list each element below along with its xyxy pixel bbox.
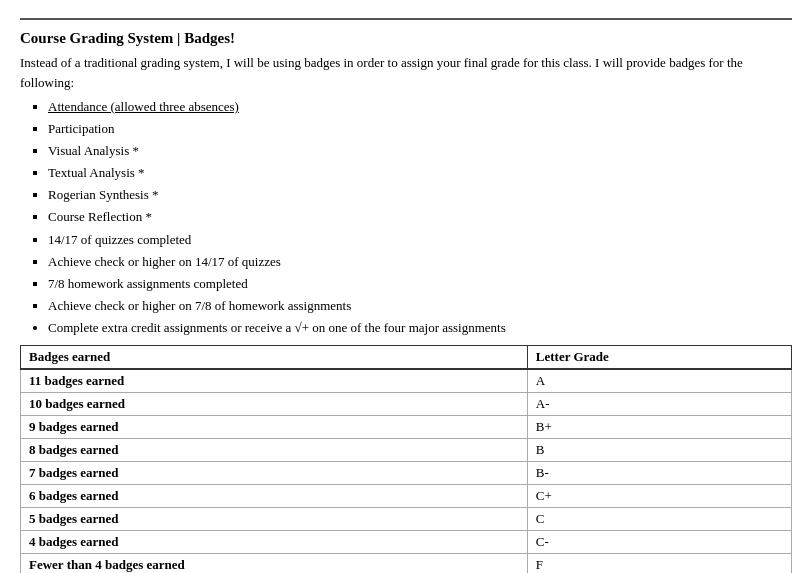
bullet-item: Attendance (allowed three absences) [48,96,792,118]
table-header-badges: Badges earned [21,346,528,370]
table-row: 11 badges earnedA [21,369,792,393]
table-cell-grade: B- [527,462,791,485]
bullet-item: Rogerian Synthesis * [48,184,792,206]
table-row: 9 badges earnedB+ [21,416,792,439]
table-cell-badges: 8 badges earned [21,439,528,462]
bullet-item: Participation [48,118,792,140]
table-cell-badges: 5 badges earned [21,508,528,531]
bullet-item: Achieve check or higher on 7/8 of homewo… [48,295,792,317]
table-cell-grade: C+ [527,485,791,508]
bullet-item: 7/8 homework assignments completed [48,273,792,295]
grades-table: Badges earned Letter Grade 11 badges ear… [20,345,792,573]
bullet-item: Achieve check or higher on 14/17 of quiz… [48,251,792,273]
page-title: Course Grading System | Badges! [20,30,792,47]
bullet-item: 14/17 of quizzes completed [48,229,792,251]
bullet-item: Visual Analysis * [48,140,792,162]
bullet-item: Textual Analysis * [48,162,792,184]
table-cell-badges: 6 badges earned [21,485,528,508]
table-cell-badges: 9 badges earned [21,416,528,439]
table-cell-badges: 10 badges earned [21,393,528,416]
table-cell-grade: F [527,554,791,573]
table-cell-grade: A [527,369,791,393]
table-cell-badges: Fewer than 4 badges earned [21,554,528,573]
table-row: 10 badges earnedA- [21,393,792,416]
table-cell-badges: 11 badges earned [21,369,528,393]
table-cell-badges: 7 badges earned [21,462,528,485]
table-cell-grade: C [527,508,791,531]
table-header-grade: Letter Grade [527,346,791,370]
badge-list: Attendance (allowed three absences)Parti… [48,96,792,339]
bullet-item: Course Reflection * [48,206,792,228]
table-row: 4 badges earnedC- [21,531,792,554]
table-cell-badges: 4 badges earned [21,531,528,554]
table-row: Fewer than 4 badges earnedF [21,554,792,573]
table-cell-grade: B+ [527,416,791,439]
table-row: 6 badges earnedC+ [21,485,792,508]
table-row: 7 badges earnedB- [21,462,792,485]
bullet-item: Complete extra credit assignments or rec… [48,317,792,339]
table-cell-grade: C- [527,531,791,554]
intro-text: Instead of a traditional grading system,… [20,53,792,92]
table-row: 8 badges earnedB [21,439,792,462]
table-cell-grade: A- [527,393,791,416]
table-cell-grade: B [527,439,791,462]
table-row: 5 badges earnedC [21,508,792,531]
